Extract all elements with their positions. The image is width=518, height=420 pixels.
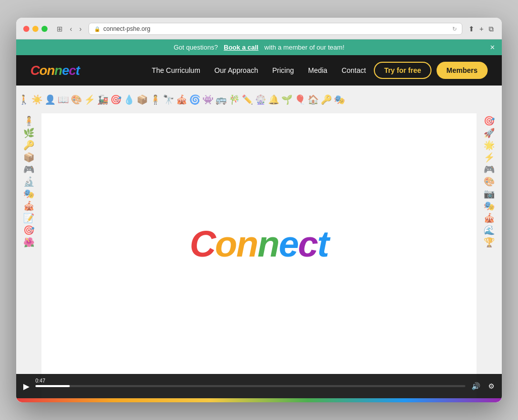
settings-button[interactable]: ⚙ <box>486 380 497 392</box>
doodle-icon: 🌱 <box>281 94 292 105</box>
doodle-icon: 💧 <box>123 94 135 105</box>
logo-letter-e: e <box>62 63 68 78</box>
address-bar[interactable]: 🔒 connect-pshe.org ↻ <box>89 23 462 35</box>
doodle-icon: 🎯 <box>23 225 34 236</box>
browser-actions: ⬆ + ⧉ <box>467 24 495 34</box>
logo-letter-n1: n <box>47 63 55 78</box>
tab-grid-button[interactable]: ⊞ <box>55 24 65 33</box>
doodle-icon: 🧍 <box>23 115 34 127</box>
doodle-icon: 🎨 <box>71 94 82 105</box>
hero-logo-n2: n <box>257 224 279 264</box>
video-player: ▶ 0:47 🔊 ⚙ <box>16 374 502 398</box>
doodle-icon: 🏆 <box>484 237 495 248</box>
hero-logo: Connect <box>190 223 328 265</box>
reload-icon[interactable]: ↻ <box>452 26 457 32</box>
doodle-row-bottom <box>16 398 502 402</box>
doodle-icon: 👤 <box>45 94 56 105</box>
hero-logo-e: e <box>279 224 298 264</box>
doodle-icon: 🎭 <box>334 94 345 105</box>
browser-chrome: ⊞ ‹ › 🔒 connect-pshe.org ↻ ⬆ + ⧉ <box>16 18 502 39</box>
doodle-icon: 🎪 <box>484 213 495 224</box>
doodle-icon: 📖 <box>58 94 69 105</box>
doodle-icon: 🎮 <box>23 164 34 175</box>
logo-letter-c: C <box>30 63 39 78</box>
announcement-text-before: Got questions? <box>174 44 218 51</box>
doodle-icon: 🎮 <box>484 164 495 175</box>
navbar-buttons: Try for free Members <box>374 62 488 79</box>
time-label: 0:47 <box>35 378 45 384</box>
navbar: Connect The Curriculum Our Approach Pric… <box>16 55 502 86</box>
tabs-button[interactable]: ⧉ <box>488 24 495 34</box>
announcement-bar: Got questions? Book a call with a member… <box>16 39 502 55</box>
nav-link-media[interactable]: Media <box>308 66 327 74</box>
announcement-close-button[interactable]: × <box>490 44 495 52</box>
doodle-col-left: 🧍 🌿 🔑 📦 🎮 🔬 🎭 🎪 📝 🎯 🌺 <box>16 113 41 398</box>
try-for-free-button[interactable]: Try for free <box>374 62 431 79</box>
book-call-link[interactable]: Book a call <box>224 44 258 51</box>
doodle-icon: 🚌 <box>215 94 227 105</box>
doodle-icon: 🏠 <box>308 94 319 105</box>
logo-letter-t: t <box>75 63 79 78</box>
nav-link-pricing[interactable]: Pricing <box>272 66 294 74</box>
doodle-icon: 📝 <box>23 213 34 224</box>
share-button[interactable]: ⬆ <box>467 24 476 34</box>
new-tab-button[interactable]: + <box>479 24 485 34</box>
maximize-button[interactable] <box>41 26 48 32</box>
doodle-row-top: 🚶 ☀️ 👤 📖 🎨 ⚡ 🚂 🎯 💧 📦 🧍 🔭 🎪 🌀 <box>16 86 502 113</box>
browser-controls: ⊞ ‹ › <box>55 24 83 33</box>
volume-button[interactable]: 🔊 <box>469 380 482 392</box>
doodle-icon: 🎯 <box>110 94 121 105</box>
nav-item-approach[interactable]: Our Approach <box>214 66 258 75</box>
url-text: connect-pshe.org <box>103 25 150 32</box>
lock-icon: 🔒 <box>94 26 100 32</box>
doodle-icon: 🌺 <box>23 237 34 248</box>
doodle-icon: 🎈 <box>294 94 306 105</box>
members-button[interactable]: Members <box>437 62 488 79</box>
nav-item-contact[interactable]: Contact <box>341 66 366 75</box>
logo-letter-c2: c <box>69 63 75 78</box>
hero-logo-n1: n <box>236 224 257 264</box>
doodle-icon: 🌟 <box>484 140 495 151</box>
hero-logo-c: C <box>190 224 215 264</box>
doodle-icon: 🧍 <box>150 94 161 105</box>
doodle-container: 🚶 ☀️ 👤 📖 🎨 ⚡ 🚂 🎯 💧 📦 🧍 🔭 🎪 🌀 <box>16 86 502 402</box>
doodle-icon: 🔬 <box>23 176 34 187</box>
navbar-logo[interactable]: Connect <box>30 63 79 78</box>
minimize-button[interactable] <box>32 26 38 32</box>
doodle-col-right: 🎯 🚀 🌟 ⚡ 🎮 🎨 📷 🎭 🎪 🌊 🏆 <box>477 113 502 398</box>
doodle-icon: 🎡 <box>255 94 266 105</box>
doodle-icon: ⚡ <box>484 152 495 163</box>
doodle-icon: 🌊 <box>484 225 495 236</box>
forward-button[interactable]: › <box>77 24 84 33</box>
nav-link-approach[interactable]: Our Approach <box>214 66 258 74</box>
doodle-icon: 🎭 <box>23 188 34 199</box>
doodle-icon: ✏️ <box>242 94 253 105</box>
progress-bar[interactable]: 0:47 <box>35 385 465 387</box>
back-button[interactable]: ‹ <box>68 24 74 33</box>
doodle-icon: 📷 <box>484 188 495 199</box>
logo-letter-o: o <box>39 63 47 78</box>
logo-letter-n2: n <box>55 63 62 78</box>
hero-logo-t: t <box>317 224 328 264</box>
navbar-nav: The Curriculum Our Approach Pricing Medi… <box>152 66 366 75</box>
nav-item-curriculum[interactable]: The Curriculum <box>152 66 200 75</box>
nav-item-pricing[interactable]: Pricing <box>272 66 294 75</box>
nav-link-curriculum[interactable]: The Curriculum <box>152 66 200 74</box>
doodle-icon: 🔭 <box>163 94 174 105</box>
doodle-icon: 🎋 <box>229 94 240 105</box>
nav-link-contact[interactable]: Contact <box>341 66 366 74</box>
doodle-icon: 📦 <box>137 94 148 105</box>
nav-item-media[interactable]: Media <box>308 66 327 75</box>
hero-logo-c2: c <box>298 224 317 264</box>
hero-logo-o: o <box>215 224 236 264</box>
doodle-icon: 📦 <box>23 152 34 163</box>
doodle-icon: 🚀 <box>484 128 495 139</box>
doodle-icon: 🎨 <box>484 176 495 187</box>
doodle-icon: ⚡ <box>84 94 95 105</box>
traffic-lights <box>23 26 48 32</box>
play-button[interactable]: ▶ <box>21 380 31 393</box>
close-button[interactable] <box>23 26 29 32</box>
announcement-text-after: with a member of our team! <box>265 44 344 51</box>
doodle-icon: 🌀 <box>189 94 200 105</box>
doodle-icon: 🎯 <box>484 115 495 127</box>
